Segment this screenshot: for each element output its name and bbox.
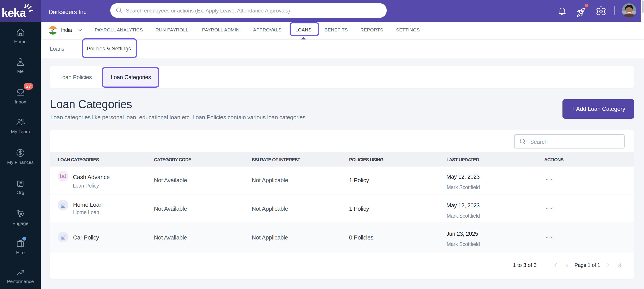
svg-text:keka: keka bbox=[2, 6, 26, 19]
